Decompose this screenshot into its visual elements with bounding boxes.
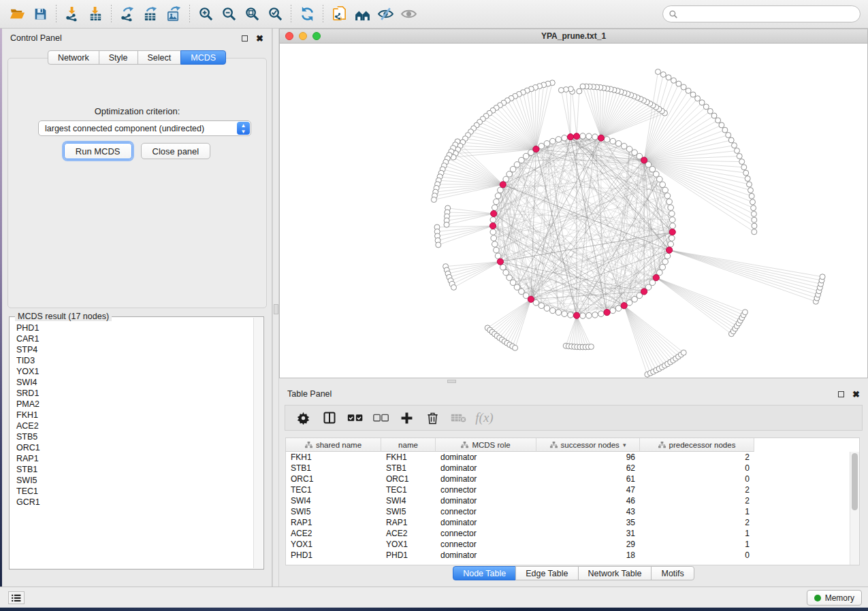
splitter-grip[interactable]: [274, 304, 278, 314]
zoom-in-button[interactable]: [194, 3, 217, 26]
table-scrollbar[interactable]: [850, 452, 859, 565]
apply-layout-button[interactable]: [295, 3, 319, 26]
close-panel-icon[interactable]: ✖: [852, 390, 860, 399]
mcds-result-item[interactable]: STP4: [16, 344, 253, 355]
mcds-result-list[interactable]: PHD1CAR1STP4TID3YOX1SWI4SRD1PMA2FKH1ACE2…: [10, 320, 253, 568]
cell: ACE2: [286, 528, 381, 539]
tab-edge-table[interactable]: Edge Table: [515, 566, 578, 580]
tab-select[interactable]: Select: [138, 50, 182, 65]
export-network-button[interactable]: [116, 3, 139, 26]
plus-icon: [400, 412, 413, 425]
mcds-result-item[interactable]: PHD1: [16, 323, 253, 333]
scrollbar-thumb[interactable]: [852, 453, 858, 510]
houses-icon: [354, 5, 371, 22]
table-row[interactable]: TEC1TEC1connector472: [286, 484, 859, 495]
zoom-out-button[interactable]: [217, 3, 240, 26]
vertical-splitter[interactable]: [272, 29, 279, 587]
run-mcds-button[interactable]: Run MCDS: [64, 143, 132, 159]
cell: ORC1: [381, 474, 436, 484]
table-row[interactable]: FKH1FKH1dominator962: [286, 452, 859, 463]
tab-motifs[interactable]: Motifs: [651, 566, 694, 580]
table-settings-button[interactable]: [292, 408, 315, 428]
cell: dominator: [436, 463, 536, 474]
cell: 47: [536, 484, 640, 495]
cell: TEC1: [286, 484, 381, 495]
mcds-result-item[interactable]: GCR1: [16, 497, 253, 508]
network-canvas[interactable]: [280, 44, 867, 378]
import-table-button[interactable]: [84, 3, 107, 26]
close-panel-button[interactable]: Close panel: [141, 143, 211, 159]
search-input[interactable]: [678, 10, 854, 19]
column-header-predecessor-nodes[interactable]: predecessor nodes: [640, 438, 754, 452]
close-panel-icon[interactable]: ✖: [256, 34, 263, 43]
column-header-shared-name[interactable]: shared name: [286, 438, 381, 452]
column-header-mcds-role[interactable]: MCDS role: [436, 438, 536, 452]
table-row[interactable]: RAP1RAP1dominator352: [286, 517, 859, 528]
save-session-button[interactable]: [29, 3, 52, 26]
mcds-result-item[interactable]: PMA2: [16, 399, 253, 410]
deselect-all-button[interactable]: [370, 408, 392, 428]
tab-node-table[interactable]: Node Table: [453, 566, 516, 580]
mcds-result-item[interactable]: RAP1: [16, 453, 253, 464]
mcds-list-scrollbar[interactable]: [253, 318, 263, 568]
show-columns-button[interactable]: [318, 408, 340, 428]
float-panel-icon[interactable]: [838, 391, 844, 397]
tab-style[interactable]: Style: [99, 50, 138, 65]
hide-selected-button[interactable]: [374, 3, 397, 26]
task-history-button[interactable]: [8, 591, 25, 604]
status-bar: Memory: [0, 587, 868, 608]
select-first-neighbors-button[interactable]: [351, 3, 374, 26]
mcds-result-item[interactable]: STB5: [16, 431, 253, 442]
table-tabs: Node TableEdge TableNetwork TableMotifs: [279, 566, 868, 580]
tab-network-table[interactable]: Network Table: [578, 566, 652, 580]
mcds-result-item[interactable]: SWI5: [16, 475, 253, 486]
delete-column-button[interactable]: [421, 408, 444, 428]
table-row[interactable]: PHD1PHD1dominator180: [286, 550, 859, 561]
table-row[interactable]: ORC1ORC1dominator610: [286, 474, 859, 484]
zoom-selected-button[interactable]: [263, 3, 287, 26]
clone-network-button[interactable]: [327, 3, 351, 26]
mcds-result-item[interactable]: SWI4: [16, 377, 253, 388]
mcds-result-item[interactable]: SRD1: [16, 388, 253, 399]
export-image-button[interactable]: [162, 3, 185, 26]
mcds-result-item[interactable]: ACE2: [16, 420, 253, 431]
mcds-result-item[interactable]: FKH1: [16, 410, 253, 420]
cell: 61: [536, 474, 640, 484]
cell: dominator: [436, 517, 536, 528]
table-row[interactable]: YOX1YOX1connector291: [286, 539, 859, 550]
import-network-button[interactable]: [61, 3, 84, 26]
float-panel-icon[interactable]: [242, 35, 248, 42]
create-column-button[interactable]: [396, 408, 418, 428]
mcds-result-item[interactable]: ORC1: [16, 442, 253, 453]
column-header-name[interactable]: name: [381, 438, 436, 452]
mcds-result-item[interactable]: TID3: [16, 355, 253, 366]
mcds-result-item[interactable]: STB1: [16, 464, 253, 475]
mcds-result-item[interactable]: TEC1: [16, 486, 253, 497]
table-row[interactable]: ACE2ACE2connector311: [286, 528, 859, 539]
horizontal-splitter[interactable]: [279, 378, 868, 384]
zoom-in-icon: [198, 6, 214, 22]
network-title: YPA_prune.txt_1: [280, 31, 867, 41]
optimization-criterion-label: Optimization criterion:: [8, 106, 266, 116]
splitter-grip[interactable]: [447, 380, 456, 383]
tab-mcds[interactable]: MCDS: [180, 50, 226, 65]
zoom-fit-button[interactable]: [240, 3, 263, 26]
open-session-button[interactable]: [5, 3, 29, 26]
mcds-result-item[interactable]: YOX1: [16, 366, 253, 377]
network-titlebar: YPA_prune.txt_1: [280, 29, 867, 44]
memory-label: Memory: [825, 593, 854, 603]
memory-button[interactable]: Memory: [807, 590, 862, 606]
search-box[interactable]: [662, 5, 861, 22]
export-table-button[interactable]: [139, 3, 162, 26]
select-all-button[interactable]: [344, 408, 366, 428]
cell: 1: [640, 528, 754, 539]
table-row[interactable]: SWI5SWI5connector431: [286, 506, 859, 517]
cell: 18: [536, 550, 640, 561]
table-row[interactable]: SWI4SWI4dominator462: [286, 495, 859, 506]
criterion-select[interactable]: largest connected component (undirected)…: [38, 120, 251, 136]
tab-network[interactable]: Network: [48, 50, 99, 65]
table-row[interactable]: STB1STB1dominator620: [286, 463, 859, 474]
mcds-result-item[interactable]: CAR1: [16, 333, 253, 344]
column-header-successor-nodes[interactable]: successor nodes▾: [536, 438, 640, 452]
cell: dominator: [436, 474, 536, 484]
